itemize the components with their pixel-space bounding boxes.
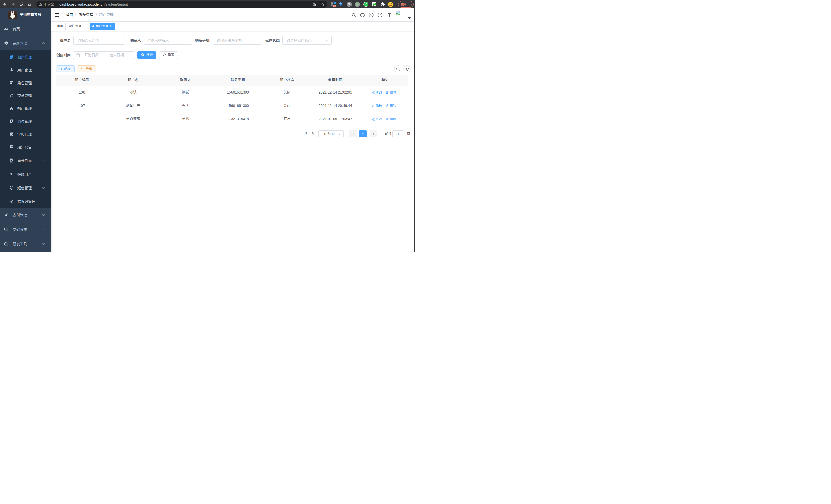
svg-text:⌘: ⌘ (348, 3, 351, 6)
